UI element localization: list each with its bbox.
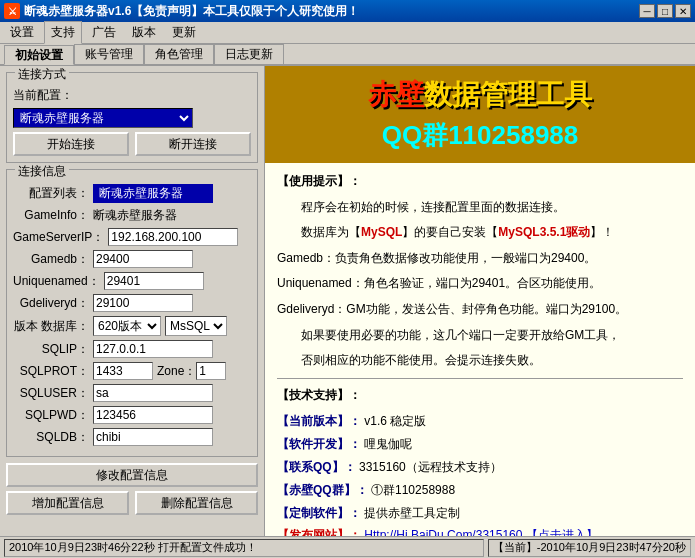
connect-group: 连接方式 当前配置： 断魂赤壁服务器 开始连接 断开连接: [6, 72, 258, 163]
tips-line-3: Uniquenamed：角色名验证，端口为29401。合区功能使用。: [277, 273, 683, 295]
menu-bar: 设置 支持 广告 版本 更新: [0, 22, 695, 44]
window-title: 断魂赤壁服务器v1.6【免责声明】本工具仅限于个人研究使用！: [24, 3, 359, 20]
right-panel: 赤壁数据管理工具 QQ群110258988 【使用提示】： 程序会在初始的时候，…: [265, 66, 695, 536]
menu-update[interactable]: 更新: [166, 22, 202, 43]
zone-input[interactable]: [196, 362, 226, 380]
sqlpwd-input[interactable]: [93, 406, 213, 424]
zone-label: Zone：: [157, 363, 196, 380]
menu-version[interactable]: 版本: [126, 22, 162, 43]
db-select[interactable]: MsSQL库: [165, 316, 227, 336]
connect-group-title: 连接方式: [15, 66, 69, 83]
sqlip-label: SQLIP：: [13, 341, 93, 358]
tech-title: 【技术支持】：: [277, 385, 683, 407]
tips-section: 【使用提示】： 程序会在初始的时候，连接配置里面的数据连接。 数据库为【MySQ…: [265, 163, 695, 536]
close-button[interactable]: ✕: [675, 4, 691, 18]
sqldb-input[interactable]: [93, 428, 213, 446]
delete-config-button[interactable]: 删除配置信息: [135, 491, 258, 515]
sqlprot-input[interactable]: [93, 362, 153, 380]
info-group: 连接信息 配置列表： 断魂赤壁服务器 GameInfo： 断魂赤壁服务器 Gam…: [6, 169, 258, 457]
add-config-button[interactable]: 增加配置信息: [6, 491, 129, 515]
info-group-title: 连接信息: [15, 163, 69, 180]
game-info-label: GameInfo：: [13, 207, 93, 224]
gamedb-input[interactable]: [93, 250, 193, 268]
game-info-value: 断魂赤壁服务器: [93, 207, 177, 224]
status-right: 【当前】-2010年10月9日23时47分20秒: [488, 539, 691, 557]
modify-config-button[interactable]: 修改配置信息: [6, 463, 258, 487]
tips-title: 【使用提示】：: [277, 171, 683, 193]
title-buttons: ─ □ ✕: [639, 4, 691, 18]
sqldb-label: SQLDB：: [13, 429, 93, 446]
tab-log[interactable]: 日志更新: [214, 44, 284, 64]
config-list-value: 断魂赤壁服务器: [93, 184, 213, 203]
version-select[interactable]: 620版本: [93, 316, 161, 336]
title-bar: ⚔ 断魂赤壁服务器v1.6【免责声明】本工具仅限于个人研究使用！ ─ □ ✕: [0, 0, 695, 22]
uniquenamed-label: Uniquenamed：: [13, 273, 104, 290]
status-left: 2010年10月9日23时46分22秒 打开配置文件成功！: [4, 539, 484, 557]
website-link[interactable]: Http://Hi.BaiDu.Com/3315160 【点击进入】: [364, 528, 597, 536]
tech-line-3: 【赤壁QQ群】： ①群110258988: [277, 479, 683, 502]
current-config-label: 当前配置：: [13, 87, 73, 104]
menu-support[interactable]: 支持: [44, 21, 82, 44]
right-panel-inner: 赤壁数据管理工具 QQ群110258988 【使用提示】： 程序会在初始的时候，…: [265, 66, 695, 536]
sqlprot-label: SQLPROT：: [13, 363, 93, 380]
config-list-label: 配置列表：: [13, 185, 93, 202]
main-content: 连接方式 当前配置： 断魂赤壁服务器 开始连接 断开连接 连接信息 配置列表： …: [0, 66, 695, 536]
tech-line-2: 【联系QQ】： 3315160（远程技术支持）: [277, 456, 683, 479]
banner-title: 赤壁数据管理工具: [281, 76, 679, 114]
menu-settings[interactable]: 设置: [4, 22, 40, 43]
tab-initial[interactable]: 初始设置: [4, 45, 74, 65]
left-panel: 连接方式 当前配置： 断魂赤壁服务器 开始连接 断开连接 连接信息 配置列表： …: [0, 66, 265, 536]
gdeliveryd-label: Gdeliveryd：: [13, 295, 93, 312]
tab-bar: 初始设置 账号管理 角色管理 日志更新: [0, 44, 695, 66]
game-server-ip-label: GameServerIP：: [13, 229, 108, 246]
config-dropdown[interactable]: 断魂赤壁服务器: [13, 108, 193, 128]
minimize-button[interactable]: ─: [639, 4, 655, 18]
sqlip-input[interactable]: [93, 340, 213, 358]
tips-line-6: 否则相应的功能不能使用。会提示连接失败。: [277, 350, 683, 372]
tech-line-4: 【定制软件】： 提供赤壁工具定制: [277, 502, 683, 525]
tips-line-5: 如果要使用必要的功能，这几个端口一定要开放给GM工具，: [277, 325, 683, 347]
menu-ad[interactable]: 广告: [86, 22, 122, 43]
gamedb-label: Gamedb：: [13, 251, 93, 268]
tips-line-1: 数据库为【MySQL】的要自己安装【MySQL3.5.1驱动】！: [277, 222, 683, 244]
tips-line-4: Gdeliveryd：GM功能，发送公告、封停角色功能。端口为29100。: [277, 299, 683, 321]
disconnect-button[interactable]: 断开连接: [135, 132, 251, 156]
tips-line-0: 程序会在初始的时候，连接配置里面的数据连接。: [277, 197, 683, 219]
tech-line-5: 【发布网站】： Http://Hi.BaiDu.Com/3315160 【点击进…: [277, 524, 683, 536]
app-icon: ⚔: [4, 3, 20, 19]
tech-support: 【当前版本】： v1.6 稳定版 【软件开发】： 哩鬼伽呢 【联系QQ】： 33…: [277, 410, 683, 536]
tab-account[interactable]: 账号管理: [74, 44, 144, 64]
banner-title-part2: 数据管理工具: [424, 79, 592, 110]
gdeliveryd-input[interactable]: [93, 294, 193, 312]
tech-line-1: 【软件开发】： 哩鬼伽呢: [277, 433, 683, 456]
status-bar: 2010年10月9日23时46分22秒 打开配置文件成功！ 【当前】-2010年…: [0, 536, 695, 558]
sqlpwd-label: SQLPWD：: [13, 407, 93, 424]
banner-qq: QQ群110258988: [281, 118, 679, 153]
start-connect-button[interactable]: 开始连接: [13, 132, 129, 156]
maximize-button[interactable]: □: [657, 4, 673, 18]
tab-role[interactable]: 角色管理: [144, 44, 214, 64]
banner: 赤壁数据管理工具 QQ群110258988: [265, 66, 695, 163]
banner-title-part1: 赤壁: [368, 79, 424, 110]
sqluser-input[interactable]: [93, 384, 213, 402]
game-server-ip-input[interactable]: [108, 228, 238, 246]
tech-line-0: 【当前版本】： v1.6 稳定版: [277, 410, 683, 433]
tips-line-2: Gamedb：负责角色数据修改功能使用，一般端口为29400。: [277, 248, 683, 270]
sqluser-label: SQLUSER：: [13, 385, 93, 402]
uniquenamed-input[interactable]: [104, 272, 204, 290]
version-label: 版本 数据库：: [13, 318, 93, 335]
